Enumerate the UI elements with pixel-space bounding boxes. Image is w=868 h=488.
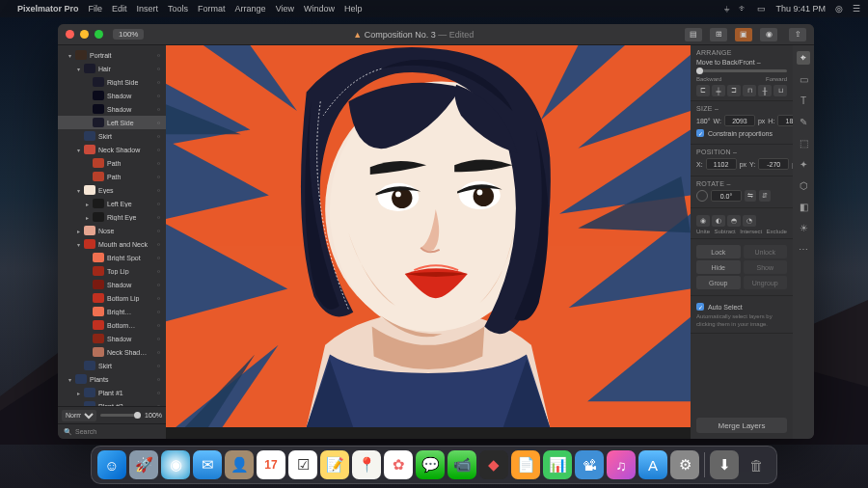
dock-downloads[interactable]: ⬇ [710, 450, 739, 479]
y-input[interactable] [758, 158, 789, 170]
dock-messages[interactable]: 💬 [416, 450, 445, 479]
minimize-button[interactable] [80, 30, 89, 39]
dock-calendar[interactable]: 17 [257, 450, 285, 479]
layer-item[interactable]: Shadow○ [58, 102, 166, 116]
zoom-level[interactable]: 100% [113, 29, 144, 40]
menu-tools[interactable]: Tools [168, 4, 188, 14]
ungroup-button[interactable]: Ungroup [744, 276, 788, 289]
layer-item[interactable]: ▸Plant #2○ [58, 399, 166, 406]
tool-button[interactable]: ⬚ [797, 136, 810, 149]
app-name[interactable]: Pixelmator Pro [17, 4, 79, 14]
layer-item[interactable]: ▸Right Eye○ [58, 210, 166, 224]
layer-item[interactable]: Shadow○ [58, 278, 166, 291]
lock-button[interactable]: Lock [696, 245, 741, 258]
layer-item[interactable]: Skirt○ [58, 129, 166, 143]
constrain-checkbox[interactable]: ✓ [696, 129, 704, 137]
rotate-dial[interactable] [696, 190, 708, 202]
align-top[interactable]: ⊓ [743, 85, 756, 96]
dock-finder[interactable]: ☺ [97, 450, 126, 479]
close-button[interactable] [66, 30, 74, 39]
layer-item[interactable]: ▾Mouth and Neck○ [58, 237, 166, 251]
dock-pixelmator[interactable]: ◆ [479, 450, 508, 479]
x-input[interactable] [706, 158, 737, 170]
layer-item[interactable]: ▾Neck Shadow○ [58, 143, 166, 156]
dock-preferences[interactable]: ⚙ [670, 450, 699, 479]
toolbar-style-button[interactable]: ◉ [760, 28, 777, 41]
tool-button[interactable]: ⋯ [797, 242, 810, 256]
clock[interactable]: Thu 9:41 PM [775, 4, 826, 14]
layer-item[interactable]: Shadow○ [58, 332, 166, 345]
toolbar-layers-button[interactable]: ▤ [685, 28, 702, 41]
dock-trash[interactable]: 🗑 [742, 450, 771, 479]
menu-arrange[interactable]: Arrange [235, 4, 266, 14]
layer-item[interactable]: ▾Hair○ [58, 62, 166, 75]
align-right[interactable]: ⊐ [727, 85, 741, 96]
path-subtract[interactable]: ◐ [712, 215, 725, 227]
flip-v[interactable]: ⇵ [759, 190, 771, 202]
dock-appstore[interactable]: A [638, 450, 667, 479]
unlock-button[interactable]: Unlock [744, 245, 788, 258]
dock-notes[interactable]: 📝 [320, 450, 349, 479]
layers-search[interactable]: 🔍 Search [58, 423, 166, 439]
align-vcenter[interactable]: ╫ [758, 85, 772, 96]
layer-item[interactable]: ▸Left Eye○ [58, 197, 166, 210]
siri-icon[interactable]: ☰ [853, 4, 860, 14]
wifi-icon[interactable]: ᯤ [739, 4, 747, 14]
blend-mode-select[interactable]: Normal [62, 410, 96, 421]
layer-item[interactable]: ▾Plants○ [58, 372, 166, 386]
layer-item[interactable]: Neck Shad…○ [58, 345, 166, 359]
spotlight-icon[interactable]: ◎ [835, 4, 843, 14]
path-unite[interactable]: ◉ [696, 215, 710, 227]
menu-file[interactable]: File [89, 4, 103, 14]
tool-button[interactable]: ✦ [797, 157, 810, 171]
layer-item[interactable]: Bottom Lip○ [58, 291, 166, 305]
menu-help[interactable]: Help [344, 4, 363, 14]
dock-launchpad[interactable]: 🚀 [129, 450, 158, 479]
height-input[interactable] [777, 115, 793, 126]
toolbar-share-button[interactable]: ⇪ [789, 28, 806, 41]
tool-button[interactable]: T [797, 94, 810, 107]
tool-button[interactable]: ⌖ [797, 51, 810, 65]
width-input[interactable] [724, 115, 755, 126]
dock-facetime[interactable]: 📹 [448, 450, 476, 479]
layer-item[interactable]: Bright Spot○ [58, 251, 166, 264]
hide-button[interactable]: Hide [696, 260, 741, 274]
dock-keynote[interactable]: 📽 [575, 450, 604, 479]
menu-view[interactable]: View [276, 4, 294, 14]
align-hcenter[interactable]: ╪ [712, 85, 725, 96]
tool-button[interactable]: ◧ [797, 200, 810, 213]
group-button[interactable]: Group [696, 276, 741, 289]
dock-mail[interactable]: ✉ [193, 450, 222, 479]
dock-safari[interactable]: ◉ [161, 450, 190, 479]
toolbar-info-button[interactable]: ⊞ [710, 28, 727, 41]
menu-format[interactable]: Format [198, 4, 226, 14]
layer-item[interactable]: Path○ [58, 170, 166, 183]
layer-item[interactable]: Left Side○ [58, 116, 166, 129]
dock-maps[interactable]: 📍 [352, 450, 381, 479]
flip-h[interactable]: ⇋ [745, 190, 756, 202]
toolbar-arrange-button[interactable]: ▣ [735, 28, 752, 41]
layer-item[interactable]: Top Lip○ [58, 264, 166, 278]
canvas[interactable] [166, 45, 691, 439]
layer-item[interactable]: Bright…○ [58, 305, 166, 318]
align-left[interactable]: ⊏ [696, 85, 710, 96]
menu-edit[interactable]: Edit [112, 4, 127, 14]
layer-item[interactable]: ▸Nose○ [58, 224, 166, 237]
wifi-icon[interactable]: ⏚ [724, 4, 729, 14]
dock-pages[interactable]: 📄 [511, 450, 540, 479]
show-button[interactable]: Show [744, 260, 788, 274]
path-exclude[interactable]: ◔ [743, 215, 756, 227]
tool-button[interactable]: ▭ [797, 72, 810, 86]
fullscreen-button[interactable] [95, 30, 103, 39]
layer-item[interactable]: Path○ [58, 156, 166, 170]
menu-window[interactable]: Window [304, 4, 335, 14]
layer-item[interactable]: ▾Portrait○ [58, 48, 166, 62]
dock-contacts[interactable]: 👤 [225, 450, 254, 479]
autoselect-checkbox[interactable]: ✓ [696, 303, 704, 311]
dock-photos[interactable]: ✿ [384, 450, 413, 479]
menu-insert[interactable]: Insert [137, 4, 159, 14]
layer-item[interactable]: Right Side○ [58, 75, 166, 89]
angle-input[interactable] [711, 190, 742, 202]
tool-button[interactable]: ⬡ [797, 178, 810, 192]
dock-numbers[interactable]: 📊 [543, 450, 572, 479]
